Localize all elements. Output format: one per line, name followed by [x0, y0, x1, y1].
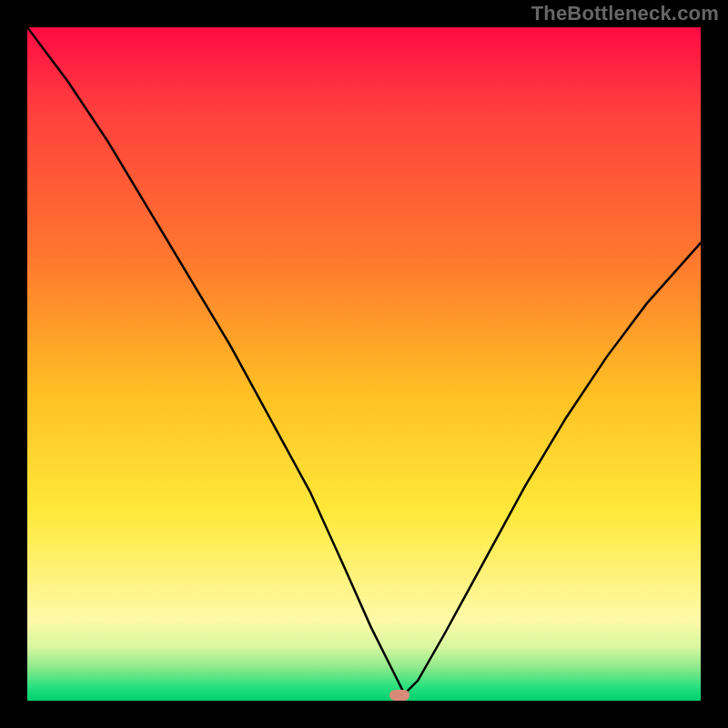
minimum-marker [389, 690, 410, 701]
bottleneck-curve [27, 27, 701, 701]
plot-area [27, 27, 701, 701]
chart-frame: TheBottleneck.com [0, 0, 728, 728]
watermark-text: TheBottleneck.com [531, 2, 719, 25]
